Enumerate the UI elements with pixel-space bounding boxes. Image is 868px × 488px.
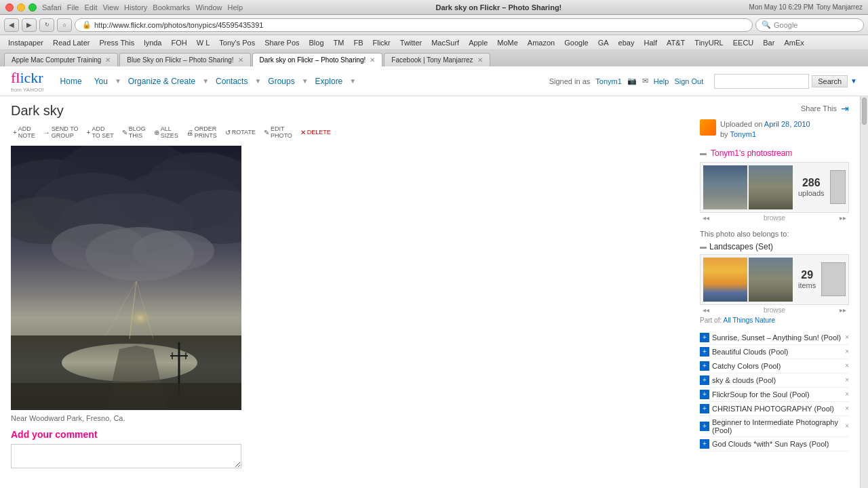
bookmark-item[interactable]: TM	[330, 38, 349, 47]
pool-add-btn-8[interactable]: +	[700, 439, 709, 449]
pool-add-btn-2[interactable]: +	[700, 347, 709, 357]
you-dropdown-icon[interactable]: ▼	[115, 77, 121, 85]
safari-menu-item[interactable]: Safari	[42, 3, 62, 12]
bookmarks-menu[interactable]: Bookmarks	[153, 3, 190, 12]
bookmark-item[interactable]: Blog	[305, 38, 328, 47]
organize-dropdown-icon[interactable]: ▼	[202, 77, 209, 85]
nav-next-icon[interactable]: ▸▸	[840, 214, 846, 222]
bookmark-item[interactable]: GA	[594, 38, 613, 47]
groups-dropdown-icon[interactable]: ▼	[302, 77, 309, 85]
bookmark-item[interactable]: Tony's Pos	[215, 38, 259, 47]
nav-you[interactable]: You	[89, 74, 113, 89]
tab-close-icon[interactable]: ✕	[238, 56, 243, 64]
bookmark-item[interactable]: Read Later	[49, 38, 94, 47]
pool-remove-6[interactable]: ×	[845, 405, 849, 412]
nav-prev-icon[interactable]: ◂◂	[703, 214, 709, 222]
delete-btn[interactable]: ✕ DELETE	[298, 124, 333, 140]
order-prints-btn[interactable]: 🖨 ORDERPRINTS	[184, 124, 219, 140]
scroll-thumb[interactable]	[862, 98, 867, 125]
bookmark-item[interactable]: Flickr	[369, 38, 395, 47]
pool-add-btn-3[interactable]: +	[700, 361, 709, 371]
bookmark-item[interactable]: Bar	[759, 38, 778, 47]
help-link[interactable]: Help	[654, 77, 669, 85]
tab-close-icon[interactable]: ✕	[105, 56, 111, 64]
landscape-thumb-1[interactable]	[703, 258, 747, 302]
pool-add-btn-7[interactable]: +	[700, 422, 709, 431]
comment-input[interactable]	[11, 444, 241, 468]
bookmark-item[interactable]: Amazon	[524, 38, 559, 47]
bookmark-item[interactable]: Instapaper	[4, 38, 47, 47]
pool-remove-1[interactable]: ×	[845, 333, 849, 341]
url-bar[interactable]: 🔒 http://www.flickr.com/photos/tonypics/…	[75, 18, 753, 32]
pool-add-btn-1[interactable]: +	[700, 333, 709, 342]
history-menu[interactable]: History	[124, 3, 147, 12]
bookmark-item[interactable]: TinyURL	[690, 38, 727, 47]
browse-label[interactable]: browse	[764, 214, 785, 222]
search-input[interactable]	[714, 74, 809, 89]
add-to-set-btn[interactable]: + ADDTO SET	[85, 124, 116, 140]
all-things-nature-link[interactable]: All Things Nature	[723, 317, 775, 324]
view-menu[interactable]: View	[102, 3, 119, 12]
landscape-thumb-2[interactable]	[749, 258, 793, 302]
landscape-nav-next[interactable]: ▸▸	[840, 306, 846, 314]
pool-remove-5[interactable]: ×	[845, 390, 849, 398]
bookmark-item[interactable]: AT&T	[663, 38, 689, 47]
pool-add-btn-5[interactable]: +	[700, 390, 709, 399]
all-sizes-btn[interactable]: ⊕ ALLSIZES	[152, 124, 180, 140]
pool-add-btn-6[interactable]: +	[700, 404, 709, 413]
pool-add-btn-4[interactable]: +	[700, 375, 709, 385]
forward-button[interactable]: ▶	[22, 18, 37, 32]
scrollbar[interactable]	[860, 96, 868, 488]
tab-facebook[interactable]: Facebook | Tony Manjarrez ✕	[384, 53, 490, 66]
pool-remove-2[interactable]: ×	[845, 348, 849, 355]
window-menu[interactable]: Window	[195, 3, 222, 12]
bookmark-item[interactable]: ebay	[614, 38, 639, 47]
maximize-btn[interactable]	[28, 3, 37, 12]
photostream-thumb-2[interactable]	[749, 165, 793, 209]
bookmark-item[interactable]: MoMe	[493, 38, 522, 47]
home-button[interactable]: ⌂	[57, 18, 72, 32]
nav-explore[interactable]: Explore	[310, 74, 349, 89]
bookmark-item[interactable]: Apple	[465, 38, 492, 47]
bookmark-item[interactable]: FB	[349, 38, 367, 47]
pool-remove-3[interactable]: ×	[845, 362, 849, 369]
tab-close-icon[interactable]: ✕	[370, 56, 375, 64]
bookmark-item[interactable]: Share Pos	[260, 38, 303, 47]
explore-dropdown-icon[interactable]: ▼	[349, 77, 356, 85]
landscape-nav-prev[interactable]: ◂◂	[703, 306, 709, 314]
bookmark-item[interactable]: Google	[560, 38, 592, 47]
pool-remove-4[interactable]: ×	[845, 376, 849, 384]
minimize-btn[interactable]	[17, 3, 25, 12]
add-note-btn[interactable]: + ADDNOTE	[11, 124, 37, 140]
bookmark-item[interactable]: Press This	[95, 38, 138, 47]
signout-link[interactable]: Sign Out	[674, 77, 703, 85]
uploader-link[interactable]: Tonym1	[730, 130, 756, 138]
search-options-icon[interactable]: ▼	[850, 77, 857, 85]
back-button[interactable]: ◀	[4, 18, 19, 32]
help-menu[interactable]: Help	[228, 3, 243, 12]
tab-dark-sky[interactable]: Dark sky on Flickr – Photo Sharing! ✕	[252, 53, 383, 66]
bookmark-item[interactable]: FOH	[167, 38, 191, 47]
username-link[interactable]: Tonym1	[595, 77, 622, 85]
tab-apple-mac[interactable]: Apple Mac Computer Training ✕	[4, 53, 118, 66]
landscape-collapse-icon[interactable]: ▬	[700, 243, 707, 250]
nav-organize[interactable]: Organize & Create	[123, 74, 201, 89]
file-menu[interactable]: File	[67, 3, 79, 12]
upload-date-link[interactable]: April 28, 2010	[764, 120, 810, 128]
bookmark-item[interactable]: MacSurf	[427, 38, 463, 47]
reload-button[interactable]: ↻	[39, 18, 54, 32]
bookmark-item[interactable]: W L	[193, 38, 214, 47]
send-to-group-btn[interactable]: → SEND TOGROUP	[41, 124, 81, 140]
search-button[interactable]: Search	[812, 75, 848, 87]
share-icon[interactable]: ⇥	[841, 103, 849, 114]
safari-search[interactable]: 🔍 Google	[755, 18, 864, 32]
edit-photo-btn[interactable]: ✎ EDITPHOTO	[262, 124, 294, 140]
tab-blue-sky[interactable]: Blue Sky on Flickr – Photo Sharing! ✕	[119, 53, 250, 66]
bookmark-item[interactable]: Twitter	[396, 38, 426, 47]
landscape-browse[interactable]: browse	[764, 306, 785, 314]
bookmark-item[interactable]: AmEx	[780, 38, 808, 47]
bookmark-item[interactable]: lynda	[140, 38, 165, 47]
bookmark-item[interactable]: Half	[639, 38, 661, 47]
photostream-link[interactable]: Tonym1's photostream	[711, 148, 792, 158]
photostream-thumb-1[interactable]	[703, 165, 747, 209]
